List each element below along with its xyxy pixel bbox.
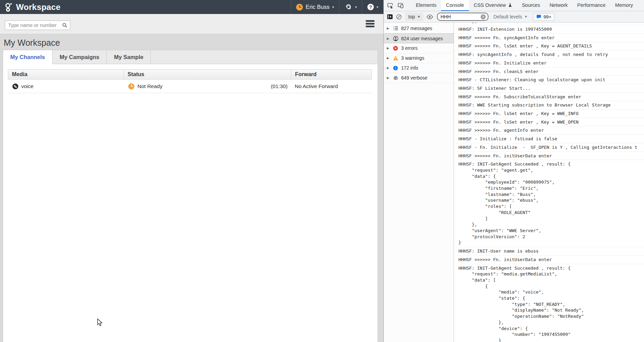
context-selector[interactable]: top ▼ — [405, 13, 423, 21]
console-message: HHHSF - Fn. Initialize - SF_OPEN is Y , … — [454, 143, 644, 152]
app-tabs: My ChannelsMy CampaignsMy Sample — [3, 50, 378, 64]
tab-label: Console — [446, 2, 464, 8]
disclosure-triangle-icon[interactable]: ▶ — [387, 56, 391, 60]
devtools-tab-sources[interactable]: Sources — [517, 0, 545, 11]
console-message: HHHSF >>>>>> Fn. agentInfo enter — [454, 126, 644, 135]
devtools-tab-memory[interactable]: Memory — [610, 0, 638, 11]
sidebar-item-label: 3 warnings — [401, 55, 424, 61]
sidebar-item-warning[interactable]: ▶3 warnings — [384, 53, 454, 63]
devtools-tab-console[interactable]: Console — [441, 0, 469, 11]
tab-my-channels[interactable]: My Channels — [3, 50, 53, 64]
app-toolbar — [0, 14, 383, 34]
workspace-tab-panel: My ChannelsMy CampaignsMy Sample Media S… — [3, 50, 378, 342]
tab-label: CSS Overview — [474, 2, 506, 8]
sidebar-item-label: 827 messages — [401, 26, 432, 31]
workspace-logo-icon — [4, 2, 13, 12]
console-message: HHHSF >>>>>> Fn. initUserData enter — [454, 152, 644, 160]
help-icon: ? — [367, 4, 374, 10]
verbose-icon — [393, 75, 399, 81]
disclosure-triangle-icon[interactable]: ▶ — [387, 27, 391, 30]
screen: Workspace Eric Buss ▾ — [0, 0, 644, 342]
console-message: HHHSF >>>>>> Fn. cleanLS enter — [454, 68, 644, 76]
page-title: My Workspace — [0, 34, 383, 48]
column-header-forward[interactable]: Forward — [291, 70, 371, 79]
console-message: HHHSF: WWE Starting subscription to Brow… — [454, 101, 644, 110]
live-expression-eye-icon[interactable] — [425, 12, 434, 21]
device-toolbar-icon[interactable] — [395, 0, 406, 11]
console-message: HHHSF >>>>>> Fn. syncAgentInfo enter — [454, 34, 644, 42]
devtools-tab-css-overview[interactable]: CSS Overview — [469, 0, 517, 11]
sidebar-item-error[interactable]: ▶3 errors — [384, 43, 454, 53]
clear-filter-icon[interactable]: × — [481, 14, 486, 19]
mouse-cursor — [97, 318, 103, 328]
main-menu-button[interactable] — [366, 19, 375, 28]
disclosure-triangle-icon[interactable]: ▶ — [387, 37, 391, 40]
console-message: HHHSF >>>>>> Fn. Initialize enter — [454, 59, 644, 68]
forward-cell: No Active Forward — [295, 83, 338, 89]
search-input[interactable] — [5, 23, 62, 28]
sidebar-item-verbose[interactable]: ▶649 verbose — [384, 73, 454, 83]
issues-bubble-icon — [536, 14, 541, 19]
console-toolbar: top ▼ × Default levels ▼ — [384, 11, 644, 23]
sidebar-item-user[interactable]: ▶824 user messages — [384, 33, 454, 43]
tabstrip-filler — [151, 50, 378, 64]
console-filter-box: × — [437, 13, 488, 21]
app-header: Workspace Eric Buss ▾ — [0, 0, 383, 14]
console-filter-input[interactable] — [440, 14, 481, 20]
disclosure-triangle-icon[interactable]: ▶ — [387, 46, 391, 50]
table-row[interactable]: voice Not Ready (01:30) No Active Forwar… — [8, 80, 372, 93]
error-icon — [393, 46, 399, 51]
sidebar-item-info[interactable]: ▶172 info — [384, 63, 454, 73]
sidebar-item-label: 824 user messages — [401, 36, 443, 41]
status-duration: (01:30) — [271, 83, 288, 89]
info-icon — [393, 66, 399, 71]
agent-device-menu[interactable]: ▾ — [339, 0, 362, 14]
issues-count: 99+ — [543, 14, 551, 19]
warning-icon — [393, 56, 399, 61]
search-icon[interactable] — [62, 23, 68, 28]
chevron-down-icon: ▾ — [355, 5, 357, 9]
disclosure-triangle-icon[interactable]: ▶ — [387, 76, 391, 80]
console-sidebar-toggle-icon[interactable] — [385, 12, 394, 21]
column-header-media[interactable]: Media — [8, 70, 124, 79]
help-menu[interactable]: ? ▾ — [362, 0, 383, 14]
tab-my-sample[interactable]: My Sample — [107, 50, 151, 64]
disclosure-triangle-icon[interactable]: ▶ — [387, 66, 391, 70]
sidebar-item-label: 649 verbose — [401, 75, 427, 81]
column-header-status[interactable]: Status — [124, 70, 291, 79]
user-status-menu[interactable]: Eric Buss ▾ — [291, 0, 339, 14]
devtools: ElementsConsoleCSS OverviewSourcesNetwor… — [383, 0, 644, 342]
chevron-down-icon: ▼ — [417, 15, 420, 18]
list-icon — [393, 26, 399, 31]
console-sidebar: ▶827 messages▶824 user messages▶3 errors… — [384, 23, 454, 342]
issues-counter[interactable]: 99+ — [533, 13, 555, 21]
sidebar-item-label: 3 errors — [401, 45, 418, 51]
log-levels-dropdown[interactable]: Default levels ▼ — [491, 14, 529, 19]
devtools-tab-elements[interactable]: Elements — [411, 0, 441, 11]
console-message: HHHSF >>>>>> Fn. initUserData enter — [454, 256, 644, 264]
channels-table: Media Status Forward — [8, 69, 372, 93]
clear-console-icon[interactable] — [394, 12, 403, 21]
chevron-down-icon: ▼ — [524, 15, 527, 18]
sidebar-item-label: 172 info — [401, 65, 418, 71]
context-label: top — [408, 14, 415, 19]
app-main: My Workspace My ChannelsMy CampaignsMy S… — [0, 34, 383, 342]
console-body: ▶827 messages▶824 user messages▶3 errors… — [384, 23, 644, 342]
header-right-cluster: Eric Buss ▾ ▾ — [291, 0, 383, 14]
inspect-element-icon[interactable] — [385, 0, 395, 11]
user-name: Eric Buss — [306, 4, 330, 10]
devtools-tab-performance[interactable]: Performance — [572, 0, 610, 11]
console-message: HHHSF >>>>>> Fn. lsSet enter , Key = AGE… — [454, 42, 644, 51]
sidebar-item-list[interactable]: ▶827 messages — [384, 24, 454, 33]
flask-icon — [508, 3, 512, 8]
log-levels-label: Default levels — [493, 14, 522, 19]
console-message: HHHSF: INIT-Extension is 1997455009 — [454, 25, 644, 34]
console-message: HHHSF: INIT-GetAgent Succeeded , result:… — [454, 264, 644, 342]
devtools-tab-network[interactable]: Network — [545, 0, 572, 11]
workspace-app: Workspace Eric Buss ▾ — [0, 0, 383, 342]
tab-label: Performance — [577, 2, 605, 8]
tab-my-campaigns[interactable]: My Campaigns — [53, 50, 107, 64]
media-cell: voice — [21, 83, 33, 89]
search-box — [5, 20, 70, 30]
headset-icon — [345, 4, 352, 11]
